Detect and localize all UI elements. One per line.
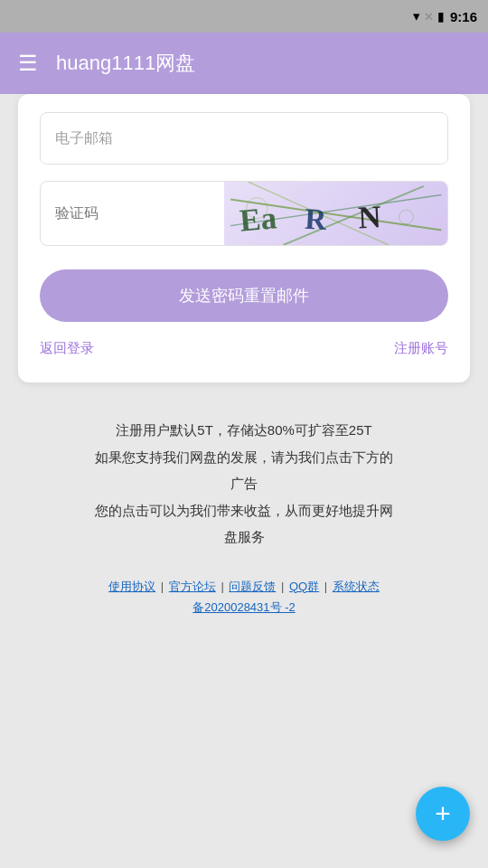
info-line-3: 广告 <box>27 472 461 495</box>
app-title: huang1111网盘 <box>56 50 195 77</box>
footer-terms-link[interactable]: 使用协议 <box>108 580 155 593</box>
svg-text:N: N <box>357 199 381 235</box>
svg-text:R: R <box>304 203 328 236</box>
svg-point-8 <box>399 210 413 224</box>
fab-plus-icon: + <box>435 800 451 827</box>
status-icons: ▾ ✕ ▮ <box>413 8 445 24</box>
info-line-2: 如果您支持我们网盘的发展，请为我们点击下方的 <box>27 446 461 469</box>
captcha-group: Ea R N <box>40 181 448 246</box>
status-bar: ▾ ✕ ▮ 9:16 <box>0 0 488 33</box>
footer-qq-link[interactable]: QQ群 <box>289 580 319 593</box>
submit-button[interactable]: 发送密码重置邮件 <box>40 269 448 322</box>
signal-cross-icon: ✕ <box>424 10 434 24</box>
battery-icon: ▮ <box>437 9 445 24</box>
footer-status-link[interactable]: 系统状态 <box>333 580 380 593</box>
email-group <box>40 112 448 165</box>
info-line-5: 盘服务 <box>27 525 461 549</box>
links-row: 返回登录 注册账号 <box>40 340 448 357</box>
captcha-input[interactable] <box>41 182 224 245</box>
menu-icon[interactable]: ☰ <box>18 51 38 76</box>
fab-button[interactable]: + <box>416 787 470 841</box>
captcha-image[interactable]: Ea R N <box>224 182 448 245</box>
reset-password-card: Ea R N 发送密码重置邮件 返回登录 注册账号 <box>18 94 470 382</box>
captcha-wrapper: Ea R N <box>40 181 448 246</box>
footer-forum-link[interactable]: 官方论坛 <box>169 580 216 593</box>
main-content: Ea R N 发送密码重置邮件 返回登录 注册账号 注册用户默认5T，存 <box>0 94 488 868</box>
footer-icp: 备2020028431号 -2 <box>18 597 470 618</box>
status-time: 9:16 <box>450 9 477 24</box>
info-line-1: 注册用户默认5T，存储达80%可扩容至25T <box>27 419 461 442</box>
footer-links-row: 使用协议 | 官方论坛 | 问题反馈 | QQ群 | 系统状态 <box>18 576 470 597</box>
register-link[interactable]: 注册账号 <box>394 340 448 357</box>
wifi-icon: ▾ <box>413 8 420 24</box>
footer-icp-link[interactable]: 备2020028431号 -2 <box>192 600 295 614</box>
footer-feedback-link[interactable]: 问题反馈 <box>229 580 276 593</box>
back-to-login-link[interactable]: 返回登录 <box>40 340 94 357</box>
app-bar: ☰ huang1111网盘 <box>0 33 488 94</box>
info-section: 注册用户默认5T，存储达80%可扩容至25T 如果您支持我们网盘的发展，请为我们… <box>18 419 470 549</box>
info-line-4: 您的点击可以为我们带来收益，从而更好地提升网 <box>27 499 461 523</box>
footer-links: 使用协议 | 官方论坛 | 问题反馈 | QQ群 | 系统状态 备2020028… <box>18 576 470 618</box>
email-field[interactable] <box>40 112 448 165</box>
svg-text:Ea: Ea <box>238 200 277 238</box>
